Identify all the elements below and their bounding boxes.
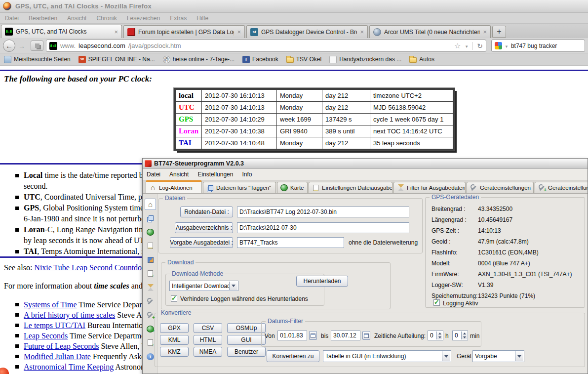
bookmark-handyabzockern[interactable]: Handyabzockern das ... (329, 56, 401, 63)
nmea-button[interactable]: NMEA (194, 347, 222, 357)
toolbar-map-button[interactable] (146, 228, 155, 236)
vorgabe-ausgabedatei-button[interactable]: Vorgabe Ausgabedatei : (170, 237, 233, 248)
reload-icon[interactable] (477, 42, 483, 50)
app-menu-info[interactable]: Info (242, 171, 252, 178)
menu-bearbeiten[interactable]: Bearbeiten (29, 15, 57, 22)
gpx-button[interactable]: GPX (160, 323, 189, 333)
toolbar-fileoutput-button[interactable] (146, 242, 155, 250)
systems-of-time-link[interactable]: Systems of Time (24, 300, 77, 309)
menu-datei[interactable]: Datei (5, 15, 19, 22)
tab-gps-datalogger[interactable]: sf GPS Datalogger Device Control - Brows… (246, 25, 368, 38)
new-tab-button[interactable]: + (492, 26, 506, 38)
app-title-bar[interactable]: BT747-Steuerprogramm V2.0.3 (143, 159, 588, 169)
toolbar-device-settings-pro-button[interactable] (146, 311, 155, 319)
minutes-stepper[interactable]: 0 (452, 331, 468, 340)
search-input[interactable]: bt747 bug tracker (511, 42, 557, 49)
tab-geraeteeinstellungen-pro[interactable]: Geräteeinstellungen für Pr (535, 182, 588, 193)
toolbar-map-sync-button[interactable] (146, 325, 155, 333)
stepper-arrows-icon[interactable] (436, 332, 442, 339)
ausgabeverzeichnis-field[interactable]: D:\Tracks\2012-07-30 (237, 222, 409, 233)
stepper-arrows-icon[interactable] (461, 332, 467, 339)
von-date-field[interactable]: 01.01.83 (277, 331, 307, 340)
toolbar-add-document-button[interactable] (146, 338, 155, 347)
nixie-tube-link[interactable]: Nixie Tube Leap Second Countdow (34, 263, 147, 272)
bookmark-facebook[interactable]: fFacebook (242, 56, 278, 63)
forward-button[interactable] (17, 42, 26, 50)
le-temps-link[interactable]: Le temps UTC/TAI (24, 321, 85, 330)
app-menu-datei[interactable]: Datei (147, 171, 160, 178)
tab-close-icon[interactable] (483, 29, 487, 35)
toolbar-upload-button[interactable] (146, 269, 155, 278)
bookmark-most-visited[interactable]: Meistbesuchte Seiten (4, 56, 71, 63)
rohdaten-datei-field[interactable]: D:\Tracks\BT747 Log 2012-07-30.bin (237, 207, 409, 217)
bookmark-heise[interactable]: @heise online - 7-Tage-... (163, 56, 235, 63)
kml-button[interactable]: KML (160, 335, 189, 345)
modified-julian-date-link[interactable]: Modified Julian Date (24, 352, 91, 361)
url-dropdown-icon[interactable] (465, 42, 469, 49)
ausgabeverzeichnis-button[interactable]: Ausgabeverzeichnis : (175, 222, 233, 233)
konvertieren-zu-button[interactable]: Konvertieren zu (267, 350, 319, 362)
tab-close-icon[interactable] (237, 29, 241, 35)
tab-dateien-taggen[interactable]: Dateien fürs "Taggen" (203, 182, 276, 193)
toolbar-edit-button[interactable] (146, 255, 155, 264)
download-methode-select[interactable]: Intelligenter Download (169, 281, 238, 291)
bookmark-autos[interactable]: Autos (409, 56, 434, 63)
bookmark-tsv-okel[interactable]: TSV Okel (286, 56, 321, 63)
rohdaten-datei-button[interactable]: Rohdaten-Datei : (180, 207, 233, 217)
app-menu-einstellungen[interactable]: Einstellungen (197, 171, 233, 178)
csv-button[interactable]: CSV (194, 323, 222, 333)
gui-button[interactable]: GUI (227, 335, 266, 345)
toolbar-files-button[interactable] (146, 214, 155, 222)
search-bar[interactable]: bt747 bug tracker (491, 40, 585, 52)
tab-close-icon[interactable] (114, 29, 118, 35)
menu-ansicht[interactable]: Ansicht (67, 15, 86, 22)
tab-filter-ausgabedaten[interactable]: Filter für Ausgabedaten (393, 182, 466, 193)
session-toolbar-button[interactable] (31, 41, 43, 51)
url-bar[interactable]: 8:8 www.leapsecond.com/java/gpsclock.htm (46, 40, 486, 52)
history-time-scales-link[interactable]: A brief history of time scales (24, 311, 115, 319)
tab-einstellungen-dateiausgabe[interactable]: Einstellungen Dateiausgabe (309, 182, 392, 193)
tab-karte[interactable]: Karte (277, 182, 308, 193)
menu-chronik[interactable]: Chronik (96, 15, 117, 22)
toolbar-info-button[interactable]: i (146, 352, 155, 361)
bis-date-field[interactable]: 30.07.12 (331, 331, 360, 340)
vorgabe-ausgabedatei-field[interactable]: BT747_Tracks (237, 237, 344, 248)
format-select[interactable]: Tabelle in GUI (in Entwicklung) (323, 350, 451, 362)
tab-forum-topic[interactable]: Forum topic erstellen | GPS Data Logger … (123, 25, 245, 38)
chevron-down-icon[interactable] (229, 282, 237, 290)
back-button[interactable] (3, 40, 15, 52)
bookmark-star-icon[interactable] (454, 42, 461, 50)
herunterladen-button[interactable]: Herunterladen (296, 276, 348, 287)
tab-gps-clocks[interactable]: 8:8 GPS, UTC, and TAI Clocks (1, 25, 122, 38)
hours-stepper[interactable]: 0 (428, 331, 443, 340)
chevron-down-icon[interactable] (515, 351, 523, 361)
toolbar-filter-button[interactable] (146, 283, 155, 291)
geraet-select[interactable]: Vorgabe (472, 350, 524, 362)
menu-lesezeichen[interactable]: Lesezeichen (127, 15, 160, 22)
search-engine-dropdown-icon[interactable] (505, 42, 509, 49)
osmup-button[interactable]: OSMUp (227, 323, 266, 333)
tab-log-aktionen[interactable]: Log-Aktionen (146, 180, 202, 193)
logging-aktiv-checkbox[interactable] (433, 299, 440, 306)
chevron-down-icon[interactable] (442, 351, 450, 361)
html-button[interactable]: HTML (194, 335, 222, 345)
bis-calendar-button[interactable] (362, 331, 370, 340)
astronomical-timekeeping-link[interactable]: Astronomical Time Keeping (24, 363, 114, 371)
toolbar-log-button[interactable] (145, 199, 156, 210)
future-leap-seconds-link[interactable]: Future of Leap Seconds (24, 342, 99, 350)
list-item: Local time is the date/time reported bys… (24, 170, 153, 192)
tab-close-icon[interactable] (360, 29, 364, 35)
app-menu-ansicht[interactable]: Ansicht (169, 171, 189, 178)
leap-seconds-link[interactable]: Leap Seconds (24, 332, 68, 340)
verhindere-loggen-checkbox[interactable] (171, 295, 177, 302)
kmz-button[interactable]: KMZ (160, 347, 189, 357)
tab-arcor-ums[interactable]: Arcor UMS Titel (0 neue Nachrichten) (369, 25, 491, 38)
benutzer-button[interactable]: Benutzer (227, 347, 266, 357)
von-calendar-button[interactable] (309, 331, 317, 340)
toolbar-device-settings-button[interactable] (146, 297, 155, 305)
menu-extras[interactable]: Extras (170, 15, 187, 22)
speichernutzung-value: 132423 Punkte (71%) (478, 292, 535, 299)
bookmark-spiegel[interactable]: SPSPIEGEL ONLINE - Na... (78, 56, 155, 63)
menu-hilfe[interactable]: Hilfe (196, 15, 208, 22)
tab-geraeteeinstellungen[interactable]: Geräteeinstellungen (467, 182, 534, 193)
